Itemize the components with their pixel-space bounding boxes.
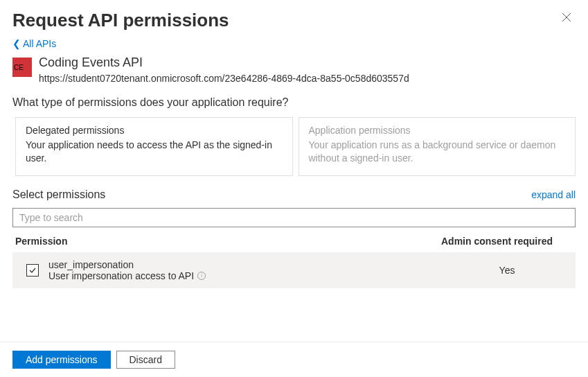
search-input[interactable] [13,209,575,227]
permission-row[interactable]: user_impersonation User impersonation ac… [12,252,576,288]
chevron-left-icon: ❮ [12,39,21,49]
page-title: Request API permissions [12,10,229,31]
api-url: https://student0720tenant.onmicrosoft.co… [39,71,409,86]
column-admin-consent: Admin consent required [441,236,573,247]
permission-type-question: What type of permissions does your appli… [0,96,588,117]
info-icon[interactable]: i [197,272,206,280]
close-button[interactable] [558,10,576,27]
back-all-apis-link[interactable]: ❮ All APIs [0,38,588,55]
permission-checkbox[interactable] [26,264,39,277]
application-card-title: Application permissions [309,125,566,136]
expand-all-link[interactable]: expand all [531,189,576,200]
permission-description: User impersonation access to API [48,270,194,281]
back-link-label: All APIs [23,38,56,49]
add-permissions-button[interactable]: Add permissions [12,351,111,369]
api-app-icon: CE [12,58,32,77]
select-permissions-label: Select permissions [12,188,105,201]
delegated-card-desc: Your application needs to access the API… [26,139,283,166]
api-name: Coding Events API [39,55,409,71]
delegated-permissions-card[interactable]: Delegated permissions Your application n… [15,117,293,176]
permission-name: user_impersonation [48,259,441,270]
admin-consent-value: Yes [441,265,573,276]
close-icon [562,12,571,22]
delegated-card-title: Delegated permissions [26,125,283,136]
search-box[interactable] [12,208,576,227]
table-header: Permission Admin consent required [12,230,576,252]
check-icon [28,266,37,274]
discard-button[interactable]: Discard [116,351,175,369]
application-card-desc: Your application runs as a background se… [309,139,566,166]
column-permission: Permission [15,236,441,247]
application-permissions-card[interactable]: Application permissions Your application… [299,117,576,176]
